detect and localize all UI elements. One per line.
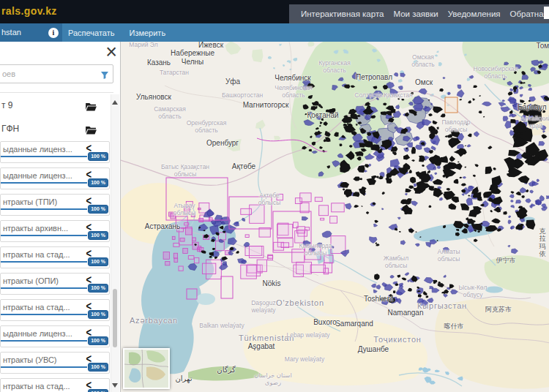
overview-inset-map[interactable] (123, 348, 170, 389)
layer-label: нтракты (ОПИ) (3, 276, 59, 285)
top-header: rals.gov.kz Интерактивная картаМои заявк… (0, 0, 549, 23)
filter-funnel-icon[interactable] (100, 69, 109, 83)
layer-filter (0, 64, 113, 83)
layer-label: ыданные лиценз... (3, 145, 72, 154)
toolbar-button[interactable]: Распечатать (68, 29, 114, 37)
layer-row: нтракты на стад...<100 % (0, 299, 110, 321)
nav-link[interactable]: Интерактивная карта (301, 10, 384, 18)
folder-icon (86, 124, 97, 137)
layer-group-row[interactable]: ГФН (0, 118, 111, 141)
opacity-badge: 100 % (88, 363, 108, 372)
opacity-slider[interactable] (1, 182, 87, 184)
opacity-badge: 100 % (88, 231, 108, 240)
opacity-badge: 100 % (88, 389, 108, 392)
layer-label: нтракты (УВС) (3, 355, 57, 364)
layer-label: нтракты архивн... (3, 224, 68, 233)
scroll-up-arrow-icon[interactable] (112, 100, 118, 105)
map-tab[interactable]: hstan i (0, 23, 62, 42)
opacity-slider[interactable] (1, 208, 87, 210)
header-nav: Интерактивная картаМои заявкиУведомления… (289, 4, 549, 23)
layer-row: нтракты (ТПИ)<100 % (0, 194, 110, 216)
opacity-badge: 100 % (88, 205, 108, 214)
map-canvas[interactable] (121, 42, 549, 392)
layer-label: нтракты на стад... (3, 250, 70, 259)
opacity-slider[interactable] (1, 287, 87, 289)
opacity-badge: 100 % (88, 310, 108, 319)
layer-group-label: ГФН (1, 124, 19, 134)
nav-link[interactable]: Обратная связь (510, 10, 549, 18)
layer-label: ыданные лиценз... (3, 329, 72, 338)
nav-link[interactable]: Мои заявки (393, 10, 438, 18)
opacity-slider[interactable] (1, 314, 87, 315)
opacity-slider[interactable] (1, 340, 87, 342)
info-icon[interactable]: i (48, 28, 59, 38)
map-area[interactable]: Марий ЭлИжевскНабережные ЧелныКазаньТата… (121, 42, 549, 392)
layer-label: нтракты на стад... (3, 382, 70, 391)
overview-inset-canvas (124, 350, 168, 388)
divider (0, 92, 113, 93)
close-icon[interactable]: × (105, 41, 117, 63)
toolbar-buttons: РаспечататьИзмерить (68, 23, 165, 42)
nav-link[interactable]: Уведомления (448, 10, 501, 18)
layer-list: т 9ГФНыданные лиценз...<100 %ыданные лиц… (0, 94, 111, 392)
layer-label: нтракты (ТПИ) (3, 197, 57, 206)
layer-row: нтракты на стад...<100 % (0, 246, 110, 268)
opacity-slider[interactable] (1, 261, 87, 263)
scroll-down-arrow-icon[interactable] (112, 383, 118, 388)
opacity-slider[interactable] (1, 235, 87, 236)
layer-label: нтракты на стад... (3, 303, 70, 312)
map-tab-label: hstan (1, 28, 21, 37)
layer-group-label: т 9 (1, 100, 13, 110)
opacity-slider[interactable] (1, 366, 87, 368)
layer-group-row[interactable]: т 9 (0, 94, 111, 118)
toolbar-button[interactable]: Измерить (129, 29, 165, 37)
app-window: rals.gov.kz Интерактивная картаМои заявк… (0, 0, 549, 392)
layer-filter-input[interactable] (0, 64, 113, 83)
opacity-badge: 100 % (88, 178, 108, 187)
layer-row: нтракты (ОПИ)<100 % (0, 273, 110, 295)
folder-icon (86, 101, 97, 114)
layer-row: нтракты на стад...<100 % (0, 378, 110, 392)
scroll-thumb[interactable] (113, 289, 117, 347)
layer-row: нтракты (УВС)<100 % (0, 352, 110, 374)
info-icon-glyph: i (53, 29, 55, 37)
layers-panel: × т 9ГФНыданные лиценз...<100 %ыданные л… (0, 42, 121, 392)
opacity-badge: 100 % (88, 152, 108, 161)
layer-row: ыданные лиценз...<100 % (0, 141, 110, 163)
opacity-badge: 100 % (88, 257, 108, 266)
layer-row: ыданные лиценз...<100 % (0, 325, 110, 347)
sidebar-scrollbar[interactable] (111, 94, 119, 392)
map-toolbar: hstan i РаспечататьИзмерить (0, 23, 549, 42)
layer-row: ыданные лиценз...<100 % (0, 167, 110, 189)
opacity-badge: 100 % (88, 336, 108, 345)
layer-row: нтракты архивн...<100 % (0, 220, 110, 242)
header-white-button[interactable] (544, 7, 549, 19)
opacity-slider[interactable] (1, 156, 87, 157)
opacity-badge: 100 % (88, 284, 108, 293)
site-logo[interactable]: rals.gov.kz (1, 5, 57, 17)
layer-label: ыданные лиценз... (3, 171, 72, 180)
